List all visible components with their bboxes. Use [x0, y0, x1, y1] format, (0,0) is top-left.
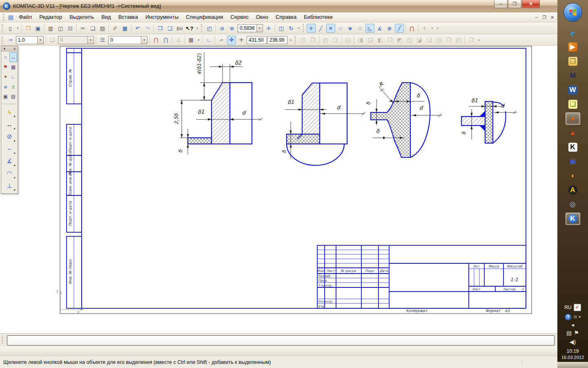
angular-dimension-tool[interactable]: ∡	[2, 155, 16, 167]
menu-specification[interactable]: Спецификация	[182, 13, 227, 22]
toolbar-overflow[interactable]: »	[286, 38, 295, 43]
diameter-dimension-tool[interactable]: ⊘	[2, 130, 16, 143]
pan-button[interactable]: ✛	[264, 24, 273, 33]
magnet-points-button[interactable]: ⋂	[151, 36, 160, 45]
disabled-3d-tool-15[interactable]: ❐	[444, 36, 453, 45]
linear-dimension-tool[interactable]: ↔	[2, 118, 16, 130]
help-icon[interactable]: ?	[565, 314, 572, 321]
cursor-step-button[interactable]: ⇢	[6, 36, 15, 45]
auto-dimension-tool[interactable]: ϟ	[2, 106, 16, 118]
disabled-3d-tool-14[interactable]: ◳	[434, 36, 443, 45]
taskbar-safari[interactable]: ◎	[566, 198, 580, 211]
property-bar-grip[interactable]	[2, 337, 4, 343]
taskbar-firefox[interactable]: ◕	[566, 112, 580, 125]
menu-select[interactable]: Выделить	[66, 13, 98, 22]
save-document-button[interactable]: ▣	[33, 24, 42, 33]
zoom-value[interactable]: 0.5836	[238, 25, 256, 31]
snap-center-button[interactable]: ⊕	[385, 24, 394, 33]
action-center-flag-icon[interactable]: ⚑	[574, 330, 579, 336]
orthogonal-button[interactable]: ⌐	[217, 36, 226, 45]
step-dropdown[interactable]: ▾	[37, 36, 43, 44]
spellcheck-icon[interactable]: ✓	[574, 304, 581, 311]
taskbar-kompas[interactable]: K	[566, 213, 580, 225]
drawing-canvas[interactable]: Справ. № Подп. и дата Инв. № дубл. Взам.…	[0, 46, 557, 333]
radial-dimension-tool[interactable]: ⌢	[2, 143, 16, 155]
collapse-icon[interactable]: ▼	[3, 47, 6, 51]
language-indicator[interactable]: RU	[564, 305, 571, 310]
layer-dropdown[interactable]: ▾	[141, 36, 147, 44]
menu-view[interactable]: Вид	[98, 13, 115, 22]
layer-combo[interactable]: 0 ▾	[108, 36, 147, 44]
taskbar-word[interactable]: W	[566, 84, 580, 96]
speaker-icon[interactable]: ◀)	[570, 339, 576, 345]
new-document-dropdown[interactable]: ▾	[16, 24, 20, 33]
snap-coordinates-button[interactable]: ✜	[227, 36, 236, 45]
disabled-3d-tool-2[interactable]: ❐	[308, 36, 317, 45]
coordinates-icon[interactable]: ✛	[237, 36, 246, 45]
dimensions-tool[interactable]: ↔	[9, 52, 17, 62]
insert-object-button[interactable]: ⊡	[66, 24, 75, 33]
view-management-tool[interactable]: ▣	[2, 92, 9, 101]
zoom-dropdown[interactable]: ▾	[256, 25, 263, 32]
layer-control-button[interactable]: ☰	[98, 36, 107, 45]
paste-button[interactable]: ▤	[98, 24, 107, 33]
disabled-3d-tool-8[interactable]: ◧	[376, 36, 385, 45]
taskbar-sticky-notes[interactable]: ❏	[566, 98, 580, 110]
show-desktop-button[interactable]	[557, 362, 588, 368]
snap-midpoint-button[interactable]: ╱	[316, 24, 325, 33]
menu-tools[interactable]: Инструменты	[142, 13, 182, 22]
property-input[interactable]	[7, 335, 555, 346]
parametrization-tool[interactable]: ∟	[9, 72, 17, 82]
disabled-3d-tool-6[interactable]: ◨	[356, 36, 365, 45]
restore-mini-icon[interactable]: ⊡	[574, 315, 577, 319]
minimize-button[interactable]: ─	[494, 0, 508, 8]
zoom-frame-button[interactable]: ◰	[205, 24, 214, 33]
zoom-combo[interactable]: 0.5836 ▾	[238, 24, 263, 32]
taskbar-matlab[interactable]: ▲	[566, 127, 580, 139]
network-icon[interactable]: ▤	[566, 330, 572, 336]
disabled-3d-tool-7[interactable]: ◲	[366, 36, 375, 45]
layers-icon[interactable]: ❏	[48, 36, 57, 45]
compact-panel-header[interactable]: ▼ ✕	[1, 46, 18, 52]
snap-grid-button[interactable]: ∷	[356, 24, 365, 33]
show-document-button[interactable]: ◫	[277, 24, 286, 33]
close-button[interactable]: ✕	[522, 0, 540, 8]
fragments-tool[interactable]: ▦	[9, 62, 17, 72]
disabled-3d-tool-16[interactable]: ◰	[454, 36, 463, 45]
snap-angular-button[interactable]: ◺	[365, 24, 374, 33]
selection-tool[interactable]: ±	[9, 82, 17, 92]
grid-button[interactable]: ▦	[187, 36, 196, 45]
magnet-button[interactable]: ⋂	[408, 24, 416, 33]
taskbar-internet-explorer[interactable]: e	[566, 27, 580, 39]
menu-libraries[interactable]: Библиотеки	[300, 13, 336, 22]
disabled-3d-tool-5[interactable]: ◱	[343, 36, 352, 45]
mdi-close-button[interactable]: ✕	[551, 15, 554, 20]
fx-button[interactable]: f(x)	[175, 24, 184, 33]
coordinate-y-field[interactable]: 236.99	[267, 36, 287, 44]
hidden-icons-arrow[interactable]: ◀	[571, 323, 574, 327]
disabled-3d-tool-3[interactable]: ◰	[321, 36, 330, 45]
print-preview-button[interactable]: ◫	[56, 24, 65, 33]
designations-tool[interactable]: ⚑	[2, 62, 9, 72]
expand-mini-icon[interactable]: ▾	[579, 315, 581, 319]
grid-dropdown[interactable]: ▾	[196, 36, 201, 45]
menu-insert[interactable]: Вставка	[115, 13, 142, 22]
snap-normal-button[interactable]: ⋇	[346, 24, 355, 33]
menu-editor[interactable]: Редактор	[36, 13, 66, 22]
snap-align-button[interactable]: ╱	[395, 24, 404, 33]
toolbar-overflow[interactable]: »	[474, 38, 483, 43]
open-document-button[interactable]: ❐	[24, 24, 33, 33]
magnet-move-button[interactable]: ⋂	[161, 36, 170, 45]
disabled-3d-tool-4[interactable]: ❑	[331, 36, 340, 45]
toolbar-grip[interactable]	[2, 24, 3, 32]
mdi-restore-button[interactable]: ❐	[543, 15, 546, 20]
toolbar-overflow[interactable]: »	[193, 26, 202, 31]
redo-button[interactable]: ↷	[143, 24, 152, 33]
spreadsheet-button[interactable]: ▦	[120, 24, 129, 33]
taskbar-clock[interactable]: 10:19 16.03.2012	[561, 348, 584, 361]
taskbar-fox-app[interactable]: ◗	[566, 170, 580, 182]
disabled-3d-tool-13[interactable]: ❏	[425, 36, 434, 45]
taskbar-kaspersky[interactable]: K	[566, 141, 580, 153]
restore-button[interactable]: ❐	[508, 0, 521, 8]
coordinate-x-field[interactable]: 431.50	[247, 36, 267, 44]
